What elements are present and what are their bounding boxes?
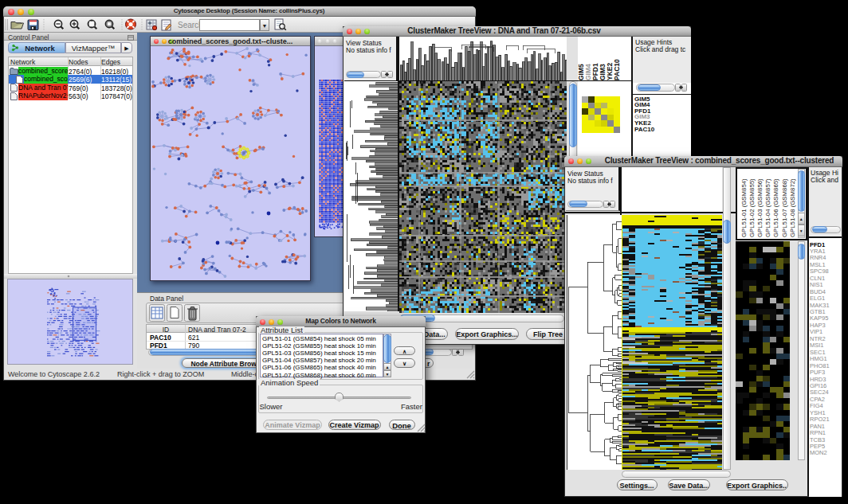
svg-text:GPL51-06 (GSM865): GPL51-06 (GSM865) bbox=[772, 178, 779, 236]
svg-text:GPL51-08 (GSM872): GPL51-08 (GSM872) bbox=[789, 178, 796, 236]
svg-text:GPL51-03 (GSM856): GPL51-03 (GSM856) bbox=[756, 178, 764, 236]
svg-text:GPL51-04 (GSM857): GPL51-04 (GSM857) bbox=[764, 178, 771, 236]
svg-text:GPL51-07 (GSM868): GPL51-07 (GSM868) bbox=[781, 178, 788, 236]
svg-text:PAC10: PAC10 bbox=[613, 58, 621, 80]
svg-text:GPL51-01 (GSM854): GPL51-01 (GSM854) bbox=[740, 178, 748, 236]
svg-text:GPL51-02 (GSM855): GPL51-02 (GSM855) bbox=[748, 178, 756, 236]
